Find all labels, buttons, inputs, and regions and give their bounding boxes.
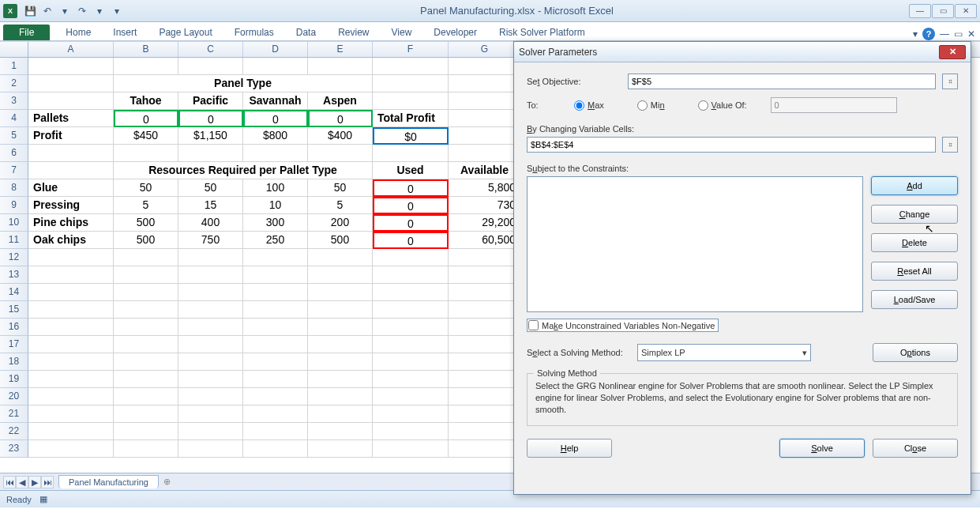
reset-all-button[interactable]: Reset All bbox=[871, 262, 958, 281]
tab-insert[interactable]: Insert bbox=[102, 25, 148, 40]
cell[interactable]: 50 bbox=[308, 179, 373, 197]
load-save-button[interactable]: Load/Save bbox=[871, 290, 958, 309]
cell[interactable]: Savannah bbox=[243, 92, 308, 110]
row-header[interactable]: 18 bbox=[0, 353, 28, 371]
tab-formulas[interactable]: Formulas bbox=[223, 25, 285, 40]
cell[interactable]: 730 bbox=[449, 197, 521, 214]
row-header[interactable]: 6 bbox=[0, 145, 28, 162]
cell[interactable]: 0 bbox=[114, 110, 178, 127]
range-picker-icon[interactable]: ⌗ bbox=[942, 74, 958, 89]
cell[interactable]: 5,800 bbox=[449, 179, 521, 197]
close-button[interactable]: ✕ bbox=[955, 4, 977, 18]
solving-method-select[interactable]: Simplex LP bbox=[637, 344, 811, 361]
cell[interactable]: 50 bbox=[114, 179, 178, 197]
col-header-e[interactable]: E bbox=[308, 42, 373, 57]
macro-record-icon[interactable]: ▦ bbox=[39, 494, 47, 504]
cell[interactable]: Pacific bbox=[178, 92, 243, 110]
cell[interactable]: 60,500 bbox=[449, 232, 521, 249]
undo-menu-icon[interactable]: ▾ bbox=[57, 3, 73, 19]
help-button[interactable]: Help bbox=[527, 439, 612, 458]
cell[interactable]: $800 bbox=[243, 127, 308, 145]
col-header-b[interactable]: B bbox=[114, 42, 178, 57]
cell[interactable]: 500 bbox=[308, 232, 373, 249]
cell[interactable]: 5 bbox=[114, 197, 178, 214]
row-header[interactable]: 3 bbox=[0, 92, 28, 110]
row-header[interactable]: 1 bbox=[0, 58, 28, 75]
constraints-listbox[interactable] bbox=[527, 176, 863, 312]
dialog-close-button[interactable]: ✕ bbox=[939, 45, 966, 59]
cell[interactable]: Pine chips bbox=[28, 214, 114, 232]
row-header[interactable]: 9 bbox=[0, 197, 28, 214]
cell[interactable]: 100 bbox=[243, 179, 308, 197]
options-button[interactable]: Options bbox=[873, 343, 958, 362]
add-constraint-button[interactable]: Add bbox=[871, 176, 958, 195]
cell[interactable]: 750 bbox=[178, 232, 243, 249]
row-header[interactable]: 5 bbox=[0, 127, 28, 145]
row-header[interactable]: 2 bbox=[0, 75, 28, 92]
cell[interactable]: 400 bbox=[178, 214, 243, 232]
cell-total-profit[interactable]: $0 bbox=[373, 127, 449, 145]
cell[interactable]: Aspen bbox=[308, 92, 373, 110]
delete-constraint-button[interactable]: Delete bbox=[871, 233, 958, 252]
cell[interactable]: 250 bbox=[243, 232, 308, 249]
close-dialog-button[interactable]: Close bbox=[873, 439, 958, 458]
save-icon[interactable]: 💾 bbox=[22, 3, 38, 19]
cell[interactable]: Tahoe bbox=[114, 92, 178, 110]
sheet-nav-first-icon[interactable]: ⏮ bbox=[3, 476, 16, 488]
redo-menu-icon[interactable]: ▾ bbox=[92, 3, 107, 19]
tab-review[interactable]: Review bbox=[327, 25, 380, 40]
cell[interactable]: 29,200 bbox=[449, 214, 521, 232]
row-header[interactable]: 10 bbox=[0, 214, 28, 232]
row-header[interactable]: 7 bbox=[0, 162, 28, 179]
row-header[interactable]: 11 bbox=[0, 232, 28, 249]
tab-home[interactable]: Home bbox=[54, 25, 102, 40]
sheet-nav-prev-icon[interactable]: ◀ bbox=[16, 476, 28, 488]
row-header[interactable]: 17 bbox=[0, 336, 28, 353]
row-header[interactable]: 20 bbox=[0, 388, 28, 405]
cell-panel-type[interactable]: Panel Type bbox=[114, 75, 373, 92]
valueof-input[interactable] bbox=[771, 97, 897, 113]
help-icon[interactable]: ? bbox=[922, 28, 935, 40]
tab-developer[interactable]: Developer bbox=[422, 25, 488, 40]
cell[interactable]: 0 bbox=[308, 110, 373, 127]
cell[interactable]: $400 bbox=[308, 127, 373, 145]
cell[interactable]: Pressing bbox=[28, 197, 114, 214]
objective-input[interactable] bbox=[628, 74, 936, 89]
min-radio[interactable] bbox=[637, 100, 648, 111]
sheet-tab-active[interactable]: Panel Manufacturing bbox=[58, 475, 159, 488]
sheet-nav-last-icon[interactable]: ⏭ bbox=[41, 476, 54, 488]
cell[interactable]: 50 bbox=[178, 179, 243, 197]
row-header[interactable]: 13 bbox=[0, 266, 28, 284]
row-header[interactable]: 16 bbox=[0, 319, 28, 336]
row-header[interactable]: 22 bbox=[0, 423, 28, 440]
redo-icon[interactable]: ↷ bbox=[74, 3, 90, 19]
tab-risk-solver[interactable]: Risk Solver Platform bbox=[488, 25, 596, 40]
solve-button[interactable]: Solve bbox=[779, 439, 865, 458]
range-picker-icon[interactable]: ⌗ bbox=[942, 137, 958, 153]
valueof-radio[interactable] bbox=[698, 100, 708, 111]
tab-page-layout[interactable]: Page Layout bbox=[148, 25, 223, 40]
cell-resources-title[interactable]: Resources Required per Pallet Type bbox=[114, 162, 373, 179]
col-header-a[interactable]: A bbox=[28, 42, 114, 57]
col-header-g[interactable]: G bbox=[449, 42, 521, 57]
col-header-c[interactable]: C bbox=[178, 42, 243, 57]
row-header[interactable]: 15 bbox=[0, 301, 28, 319]
cell[interactable]: 0 bbox=[373, 232, 449, 249]
col-header-d[interactable]: D bbox=[243, 42, 308, 57]
cell[interactable]: 200 bbox=[308, 214, 373, 232]
cell[interactable]: Oak chips bbox=[28, 232, 114, 249]
file-tab[interactable]: File bbox=[3, 25, 50, 40]
cell[interactable]: 10 bbox=[243, 197, 308, 214]
row-header[interactable]: 4 bbox=[0, 110, 28, 127]
cell[interactable]: Glue bbox=[28, 179, 114, 197]
row-header[interactable]: 19 bbox=[0, 371, 28, 388]
workbook-close-icon[interactable]: ✕ bbox=[967, 28, 975, 40]
cell[interactable]: Available bbox=[449, 162, 521, 179]
cell[interactable]: 0 bbox=[243, 110, 308, 127]
cell[interactable]: Pallets bbox=[28, 110, 114, 127]
add-sheet-icon[interactable]: ⊕ bbox=[163, 477, 171, 487]
changing-cells-input[interactable] bbox=[527, 137, 936, 153]
unconstrained-checkbox[interactable] bbox=[528, 320, 539, 330]
cell[interactable]: Profit bbox=[28, 127, 114, 145]
row-header[interactable]: 14 bbox=[0, 284, 28, 301]
